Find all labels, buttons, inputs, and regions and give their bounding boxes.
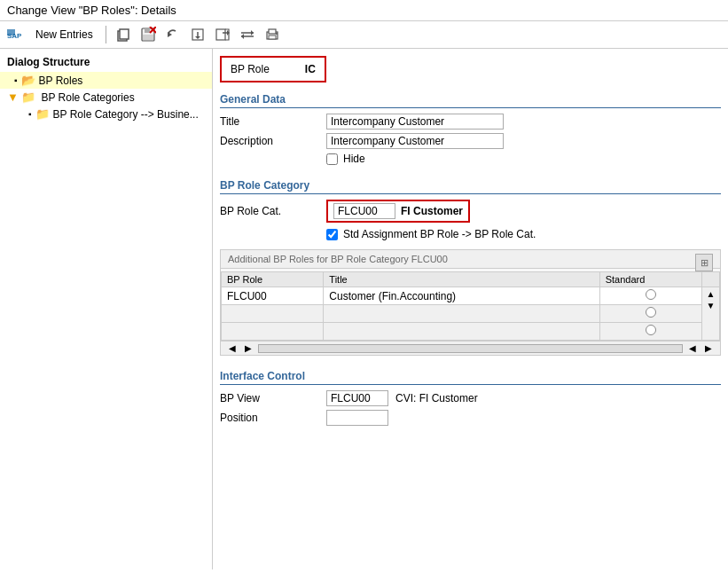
description-label: Description — [220, 135, 326, 147]
cell-title-2 — [324, 305, 599, 323]
bp-view-row: BP View CVI: FI Customer — [220, 390, 721, 406]
bp-view-text: CVI: FI Customer — [395, 392, 478, 404]
scroll-far-right-btn[interactable]: ▶ — [702, 343, 715, 353]
scroll-right-btn[interactable]: ▶ — [242, 343, 254, 353]
sidebar-bullet-bp-roles: ▪ — [14, 75, 18, 85]
toolbar: SAP New Entries — [0, 21, 728, 49]
svg-rect-21 — [269, 29, 276, 34]
sidebar-item-bp-role-categories[interactable]: ▼ 📁 BP Role Categories — [0, 89, 212, 106]
cell-bp-role-1: FLCU00 — [222, 287, 324, 305]
description-row: Description — [220, 133, 721, 149]
svg-marker-9 — [168, 32, 172, 37]
bp-role-cat-code-input[interactable] — [333, 203, 395, 219]
bp-role-cat-text: FI Customer — [401, 205, 463, 217]
table-row-2 — [222, 305, 720, 323]
scroll-far-left-btn[interactable]: ◀ — [686, 343, 699, 353]
title-bar: Change View "BP Roles": Details — [0, 0, 728, 21]
cell-bp-role-2 — [222, 305, 324, 323]
position-input[interactable] — [326, 410, 388, 426]
position-label: Position — [220, 412, 326, 424]
undo-icon[interactable] — [163, 25, 183, 44]
std-assignment-checkbox[interactable] — [326, 229, 338, 240]
folder-closed-icon-1: ▼ 📁 — [7, 90, 35, 104]
svg-point-23 — [276, 33, 278, 35]
import-icon[interactable] — [188, 25, 207, 44]
sidebar-label-bp-role-categories: BP Role Categories — [41, 91, 134, 104]
scroll-down-btn[interactable]: ▼ — [707, 301, 716, 310]
svg-rect-13 — [216, 29, 225, 40]
interface-control-header: Interface Control — [220, 370, 721, 385]
scroll-left-btn[interactable]: ◀ — [226, 343, 239, 353]
position-row: Position — [220, 410, 721, 426]
svg-rect-3 — [120, 29, 129, 39]
additional-bp-roles-subsection: Additional BP Roles for BP Role Category… — [220, 249, 721, 356]
title-row: Title — [220, 114, 721, 130]
scroll-col: ▲ ▼ — [702, 287, 720, 341]
table-settings-icon[interactable]: ⊞ — [695, 254, 713, 271]
sidebar-label-bp-role-cat-business: BP Role Category --> Busine... — [53, 108, 199, 121]
horizontal-scroll-area: ◀ ▶ ◀ ▶ — [221, 341, 720, 355]
transfer-icon[interactable] — [238, 25, 257, 44]
svg-rect-6 — [143, 35, 153, 40]
folder-closed-icon-2: 📁 — [35, 107, 50, 121]
content-area: BP Role IC General Data Title Descriptio… — [213, 49, 728, 569]
new-entries-button[interactable]: New Entries — [30, 27, 98, 43]
sidebar-item-bp-role-category-business[interactable]: ▪ 📁 BP Role Category --> Busine... — [0, 106, 212, 122]
sidebar-label-bp-roles: BP Roles — [39, 75, 83, 87]
radio-standard-1[interactable] — [646, 289, 656, 300]
general-data-header: General Data — [220, 93, 721, 108]
description-input[interactable] — [326, 133, 504, 149]
export-icon[interactable] — [213, 25, 232, 44]
main-layout: Dialog Structure ▪ 📂 BP Roles ▼ 📁 BP Rol… — [0, 49, 728, 569]
table-row-1: FLCU00 Customer (Fin.Accounting) ▲ ▼ — [222, 287, 720, 305]
sap-logo-icon: SAP — [5, 25, 25, 44]
svg-marker-17 — [251, 30, 254, 35]
radio-standard-3[interactable] — [646, 325, 656, 335]
print-icon[interactable] — [262, 25, 282, 44]
bp-role-label: BP Role — [231, 63, 270, 75]
bp-role-box: BP Role IC — [220, 56, 326, 82]
additional-bp-roles-table: BP Role Title Standard FLCU00 Customer (… — [221, 271, 720, 341]
folder-open-icon: 📂 — [21, 74, 35, 87]
col-header-title: Title — [324, 272, 599, 287]
scroll-up-btn[interactable]: ▲ — [707, 289, 716, 299]
save-icon[interactable] — [138, 25, 158, 44]
sidebar-title: Dialog Structure — [0, 52, 212, 72]
std-assignment-label: Std Assignment BP Role -> BP Role Cat. — [343, 228, 536, 240]
additional-header-text: Additional BP Roles for BP Role Category… — [228, 254, 448, 264]
col-header-standard: Standard — [599, 272, 701, 287]
table-row-3 — [222, 323, 720, 341]
toolbar-separator-1 — [106, 26, 106, 43]
radio-standard-2[interactable] — [646, 307, 656, 318]
bp-view-code-input[interactable] — [326, 390, 388, 406]
sidebar-item-bp-roles[interactable]: ▪ 📂 BP Roles — [0, 72, 212, 89]
hide-checkbox[interactable] — [326, 153, 338, 165]
bp-role-category-header: BP Role Category — [220, 179, 721, 194]
title-label: Title — [220, 115, 326, 128]
cell-standard-3 — [599, 323, 701, 341]
col-header-scroll — [702, 272, 720, 287]
std-assignment-row: Std Assignment BP Role -> BP Role Cat. — [220, 228, 721, 240]
bp-role-value: IC — [305, 63, 316, 75]
page-title: Change View "BP Roles": Details — [7, 4, 176, 17]
general-data-section: General Data Title Description Hide — [220, 93, 721, 165]
cell-title-3 — [324, 323, 599, 341]
hide-label: Hide — [343, 153, 365, 165]
bp-view-label: BP View — [220, 392, 326, 404]
svg-marker-19 — [241, 34, 244, 39]
copy-icon[interactable] — [114, 25, 133, 44]
interface-control-section: Interface Control BP View CVI: FI Custom… — [220, 370, 721, 426]
sidebar: Dialog Structure ▪ 📂 BP Roles ▼ 📁 BP Rol… — [0, 49, 213, 569]
bp-role-cat-row: BP Role Cat. FI Customer — [220, 200, 721, 223]
cell-title-1: Customer (Fin.Accounting) — [324, 287, 599, 305]
sidebar-bullet-2: ▪ — [28, 109, 32, 119]
cell-standard-2 — [599, 305, 701, 323]
cell-standard-1 — [599, 287, 701, 305]
bp-role-category-section: BP Role Category BP Role Cat. FI Custome… — [220, 179, 721, 356]
hide-row: Hide — [220, 153, 721, 165]
horizontal-scrollbar[interactable] — [258, 344, 683, 353]
additional-bp-roles-header: Additional BP Roles for BP Role Category… — [221, 250, 720, 269]
bp-role-cat-highlighted-box: FI Customer — [326, 200, 470, 223]
cell-bp-role-3 — [222, 323, 324, 341]
title-input[interactable] — [326, 114, 504, 130]
